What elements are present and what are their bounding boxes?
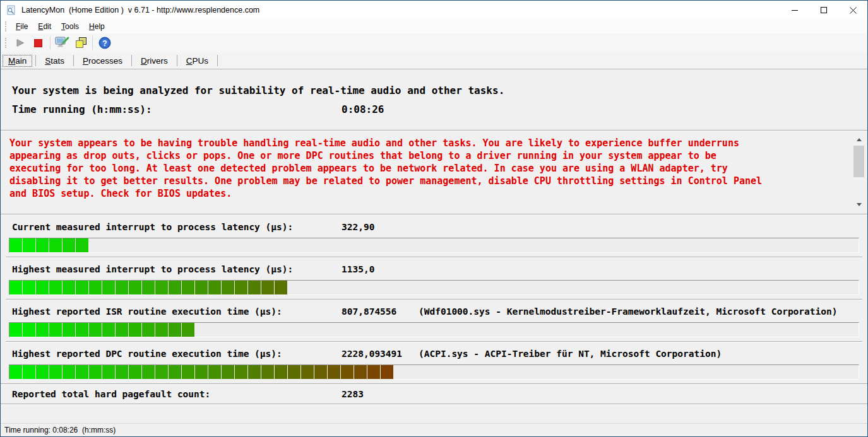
bar-segment [222, 365, 234, 379]
menu-items: FileEditToolsHelp [11, 20, 110, 33]
bar-segment [195, 365, 208, 379]
bar-segment [102, 323, 115, 337]
play-button[interactable] [11, 35, 29, 51]
bar-segment [102, 281, 115, 294]
bar-segment [182, 281, 194, 294]
menu-item[interactable]: Tools [56, 20, 84, 33]
bar-segment [341, 365, 354, 379]
bar-segment [142, 323, 155, 337]
menu-item[interactable]: Help [84, 20, 110, 33]
time-running-row: Time running (h:mm:ss): 0:08:26 [12, 103, 862, 115]
minimize-icon [792, 10, 798, 11]
metric-label: Highest reported DPC routine execution t… [12, 349, 342, 359]
analysis-headline: Your system is being analyzed for suitab… [12, 84, 862, 96]
metric-label: Highest reported ISR routine execution t… [12, 306, 342, 317]
tab-separator [217, 55, 218, 66]
bar-segment [102, 365, 115, 379]
latency-bar-fill [9, 323, 195, 337]
close-button[interactable] [838, 1, 867, 20]
tab[interactable]: Processes [76, 54, 129, 67]
scroll-down-button[interactable] [853, 201, 864, 209]
latency-bar-track [9, 238, 859, 253]
bar-segment [49, 365, 62, 379]
status-bar: Time running: 0:08:26 (h:mm:ss) [1, 423, 867, 436]
scrollbar-thumb[interactable] [853, 146, 864, 177]
bar-segment [182, 365, 194, 379]
main-panel: Your system is being analyzed for suitab… [1, 69, 867, 423]
bar-segment [116, 365, 128, 379]
time-running-value: 0:08:26 [342, 103, 384, 115]
window-title: LatencyMon (Home Edition ) v 6.71 - http… [21, 6, 259, 15]
minimize-button[interactable] [780, 1, 809, 20]
tab-separator [73, 55, 74, 66]
copy-icon [74, 37, 88, 49]
bar-segment [49, 323, 62, 337]
close-icon [850, 7, 857, 14]
bar-segment [248, 365, 261, 379]
tab[interactable]: Main [2, 54, 33, 67]
bar-segment [76, 281, 88, 294]
title-bar: LatencyMon (Home Edition ) v 6.71 - http… [1, 1, 867, 20]
bar-segment [76, 238, 88, 252]
latency-bar-track [9, 364, 859, 380]
bar-segment [9, 323, 22, 337]
warning-line: and BIOS setup. Check for BIOS updates. [9, 187, 842, 200]
menu-item[interactable]: File [11, 20, 33, 33]
warning-text: Your system appears to be having trouble… [9, 137, 842, 200]
bar-segment [36, 238, 49, 252]
metric-value: 2228,093491 [342, 349, 419, 359]
bar-segment [62, 365, 75, 379]
toolbar-separator [92, 36, 93, 50]
bar-segment [208, 365, 221, 379]
metric-group: Highest reported ISR routine execution t… [6, 299, 862, 341]
latencymon-window: LatencyMon (Home Edition ) v 6.71 - http… [0, 0, 868, 437]
maximize-button[interactable] [809, 1, 838, 20]
bar-segment [155, 323, 168, 337]
latency-bar-track [9, 322, 859, 337]
bar-segment [89, 365, 102, 379]
metric-value: 322,90 [342, 222, 419, 232]
tab[interactable]: Stats [39, 54, 71, 67]
empty-area [1, 405, 867, 423]
metric-label: Current measured interrupt to process la… [12, 222, 342, 232]
warning-line: appearing as drop outs, clicks or pops. … [9, 149, 842, 162]
copy-button[interactable] [71, 35, 90, 51]
bar-segment [129, 281, 141, 294]
bar-segment [381, 365, 393, 379]
toolbar: ? [1, 33, 867, 52]
bar-segment [62, 281, 75, 294]
warning-scrollbar[interactable] [853, 136, 864, 209]
bar-segment [288, 365, 300, 379]
metric-group: Highest measured interrupt to process la… [6, 257, 862, 299]
bar-segment [261, 281, 274, 294]
warning-line: Your system appears to be having trouble… [9, 137, 842, 149]
bar-segment [36, 281, 49, 294]
bar-segment [142, 365, 155, 379]
help-button[interactable]: ? [95, 35, 114, 51]
bar-segment [235, 281, 247, 294]
help-icon: ? [98, 37, 111, 49]
scroll-up-button[interactable] [853, 136, 864, 144]
bar-segment [367, 365, 380, 379]
time-running-label: Time running (h:mm:ss): [12, 103, 342, 115]
stop-button[interactable] [29, 35, 47, 51]
menu-gripper [5, 21, 7, 32]
tab[interactable]: CPUs [180, 54, 215, 67]
bar-segment [36, 323, 49, 337]
latency-bar-track [9, 280, 859, 295]
bar-segment [182, 323, 194, 337]
toolbar-separator [50, 36, 51, 50]
bar-segment [129, 365, 141, 379]
metric-group: Highest reported DPC routine execution t… [6, 341, 862, 383]
warning-section: Your system appears to be having trouble… [1, 131, 867, 214]
tab[interactable]: Drivers [134, 54, 174, 67]
menu-item[interactable]: Edit [33, 20, 56, 33]
metric-label: Highest measured interrupt to process la… [12, 264, 342, 274]
bar-segment [328, 365, 340, 379]
scroll-up-icon [857, 138, 862, 141]
tab-separator [35, 55, 36, 66]
analyze-settings-button[interactable] [53, 35, 71, 51]
bar-segment [155, 281, 168, 294]
pagefault-row: Reported total hard pagefault count: 228… [1, 385, 867, 404]
bar-segment [9, 281, 22, 294]
